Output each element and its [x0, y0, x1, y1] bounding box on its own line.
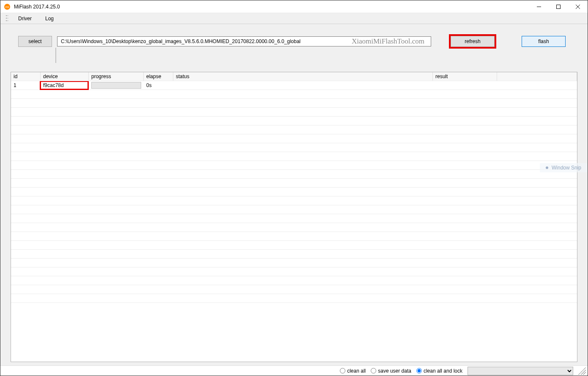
col-result[interactable]: result: [433, 72, 497, 81]
grid-body: 1f9cac78d0s: [11, 81, 577, 362]
table-row[interactable]: [11, 294, 577, 303]
grid-header: id device progress elapse status result: [11, 72, 577, 81]
radio-save-user-data[interactable]: save user data: [371, 368, 411, 374]
device-grid[interactable]: id device progress elapse status result …: [11, 72, 577, 362]
window-title: MiFlash 2017.4.25.0: [14, 4, 60, 10]
svg-rect-3: [557, 5, 561, 8]
col-extra[interactable]: [497, 72, 577, 81]
table-row[interactable]: [11, 161, 577, 170]
radio-clean-all[interactable]: clean all: [340, 368, 366, 374]
menubar: Driver Log: [0, 13, 588, 24]
toolbar: select XiaomiMiFlashTool.com refresh fla…: [0, 24, 588, 47]
col-elapse[interactable]: elapse: [144, 72, 173, 81]
window-snip-overlay: Window Snip: [540, 163, 587, 172]
table-row[interactable]: [11, 214, 577, 223]
radio-clean-all-and-lock-input[interactable]: [416, 368, 422, 373]
cell-elapse: 0s: [144, 81, 173, 90]
menu-log[interactable]: Log: [39, 15, 60, 22]
toolbar-sub: [0, 47, 588, 72]
path-input[interactable]: [57, 36, 431, 46]
snip-dot-icon: [546, 166, 548, 169]
table-row[interactable]: 1f9cac78d0s: [11, 81, 577, 90]
table-row[interactable]: [11, 125, 577, 134]
menu-driver[interactable]: Driver: [12, 15, 38, 22]
progress-bar: [91, 82, 141, 89]
radio-clean-all-and-lock-label: clean all and lock: [424, 368, 462, 374]
table-row[interactable]: [11, 267, 577, 276]
cell-extra: [497, 81, 577, 90]
table-row[interactable]: [11, 276, 577, 285]
table-row[interactable]: [11, 90, 577, 99]
svg-text:mi: mi: [5, 5, 9, 9]
close-button[interactable]: [568, 0, 588, 13]
flash-mode-radio-group: clean all save user data clean all and l…: [340, 368, 462, 374]
cell-id: 1: [11, 81, 41, 90]
statusbar: clean all save user data clean all and l…: [0, 365, 588, 376]
table-row[interactable]: [11, 134, 577, 143]
radio-clean-all-and-lock[interactable]: clean all and lock: [416, 368, 462, 374]
table-row[interactable]: [11, 170, 577, 179]
col-id[interactable]: id: [11, 72, 41, 81]
radio-save-user-data-label: save user data: [378, 368, 411, 374]
table-row[interactable]: [11, 152, 577, 161]
cell-status: [173, 81, 433, 90]
radio-save-user-data-input[interactable]: [371, 368, 376, 373]
select-button[interactable]: select: [18, 36, 52, 47]
resize-grip[interactable]: [578, 367, 586, 375]
app-icon: mi: [4, 3, 11, 10]
table-row[interactable]: [11, 250, 577, 259]
maximize-button[interactable]: [549, 0, 568, 13]
table-row[interactable]: [11, 117, 577, 125]
col-device[interactable]: device: [41, 72, 89, 81]
cell-progress: [89, 81, 144, 90]
titlebar: mi MiFlash 2017.4.25.0: [0, 0, 588, 13]
table-row[interactable]: [11, 232, 577, 241]
table-row[interactable]: [11, 143, 577, 152]
flash-button[interactable]: flash: [522, 36, 566, 47]
col-status[interactable]: status: [173, 72, 433, 81]
table-row[interactable]: [11, 205, 577, 214]
script-combo[interactable]: [468, 367, 573, 375]
refresh-button[interactable]: refresh: [451, 36, 495, 47]
table-row[interactable]: [11, 259, 577, 267]
cell-result: [433, 81, 497, 90]
device-table-area: id device progress elapse status result …: [0, 72, 588, 365]
table-row[interactable]: [11, 108, 577, 117]
table-row[interactable]: [11, 99, 577, 108]
radio-clean-all-label: clean all: [347, 368, 366, 374]
cell-device: f9cac78d: [41, 81, 89, 90]
table-row[interactable]: [11, 188, 577, 196]
minimize-button[interactable]: [529, 0, 549, 13]
radio-clean-all-input[interactable]: [340, 368, 345, 373]
col-progress[interactable]: progress: [89, 72, 144, 81]
table-row[interactable]: [11, 196, 577, 205]
window-snip-label: Window Snip: [552, 165, 581, 171]
menubar-grip: [5, 15, 8, 22]
table-row[interactable]: [11, 223, 577, 232]
table-row[interactable]: [11, 241, 577, 250]
table-row[interactable]: [11, 179, 577, 188]
table-row[interactable]: [11, 285, 577, 294]
